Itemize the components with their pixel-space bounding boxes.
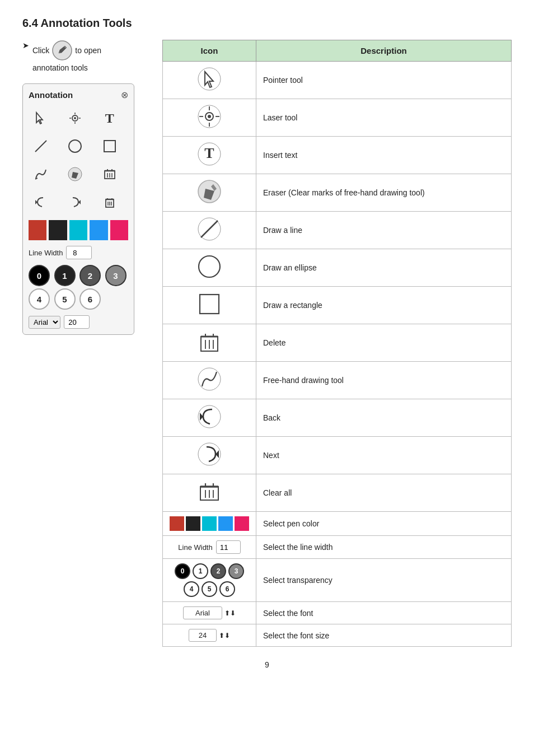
freehand-icon-cell xyxy=(163,362,256,399)
table-row: Next xyxy=(163,437,512,474)
colors-desc-cell: Select pen color xyxy=(256,512,512,536)
eraser-desc-cell: Eraser (Clear marks of free-hand drawing… xyxy=(256,174,512,212)
to-open-label: to open xyxy=(75,46,101,55)
laser-icon xyxy=(67,110,83,126)
next-icon-cell xyxy=(163,437,256,474)
table-trans-5[interactable]: 5 xyxy=(202,581,217,597)
table-row: Laser tool xyxy=(163,99,512,137)
svg-rect-42 xyxy=(200,295,219,314)
eraser-tool-btn[interactable] xyxy=(63,162,87,186)
annotation-close-button[interactable]: ⊗ xyxy=(121,90,128,100)
main-layout: ➤ Click to open annotation tools xyxy=(22,40,512,647)
delete-icon-cell xyxy=(163,324,256,362)
table-row: 24 ⬆⬇ Select the font size xyxy=(163,624,512,647)
svg-marker-52 xyxy=(200,413,203,421)
line-tool-btn[interactable] xyxy=(29,134,53,158)
delete-table-icon xyxy=(196,329,222,354)
rectangle-tool-btn[interactable] xyxy=(97,134,122,158)
delete-desc-cell: Delete xyxy=(256,324,512,362)
svg-point-2 xyxy=(74,117,76,119)
svg-point-31 xyxy=(208,115,211,118)
trans-btn-2[interactable]: 2 xyxy=(79,265,101,286)
click-label: Click xyxy=(32,46,49,55)
page-title: 6.4 Annotation Tools xyxy=(22,17,512,30)
trans-btn-0[interactable]: 0 xyxy=(29,265,50,286)
svg-line-40 xyxy=(201,221,218,237)
trans-btn-3[interactable]: 3 xyxy=(105,265,127,286)
line-width-input[interactable] xyxy=(66,246,92,259)
table-trans-2[interactable]: 2 xyxy=(210,563,226,579)
table-row: 0 1 2 3 4 5 6 Select tran xyxy=(163,559,512,602)
table-trans-4[interactable]: 4 xyxy=(184,581,199,597)
table-row: Delete xyxy=(163,324,512,362)
back-tool-btn[interactable] xyxy=(29,190,53,214)
pointer-desc-cell: Pointer tool xyxy=(256,62,512,99)
delete-tool-btn[interactable] xyxy=(97,190,122,214)
linewidth-icon-cell: Line Width xyxy=(163,536,256,559)
table-row: Clear all xyxy=(163,474,512,512)
table-trans-1[interactable]: 1 xyxy=(193,563,208,579)
table-trans-6[interactable]: 6 xyxy=(219,581,235,597)
line-desc-cell: Draw a line xyxy=(256,212,512,249)
svg-text:T: T xyxy=(204,145,214,161)
clearall-icon xyxy=(102,166,118,182)
table-trans-0[interactable]: 0 xyxy=(175,563,190,579)
back-icon xyxy=(33,194,49,210)
color-cyan-swatch[interactable] xyxy=(69,220,87,240)
fontsize-desc-cell: Select the font size xyxy=(256,624,512,647)
trans-btn-6[interactable]: 6 xyxy=(79,288,101,310)
description-col-header: Description xyxy=(256,40,512,62)
line-icon-cell xyxy=(163,212,256,249)
fontsize-icon-cell: 24 ⬆⬇ xyxy=(163,624,256,647)
freehand-desc-cell: Free-hand drawing tool xyxy=(256,362,512,399)
transparency-row1: 0 1 2 3 xyxy=(175,563,244,579)
table-trans-3[interactable]: 3 xyxy=(228,563,244,579)
annotation-tools-table: Icon Description Pointer tool xyxy=(162,40,512,647)
laser-tool-btn[interactable] xyxy=(63,106,87,130)
click-instruction: ➤ Click to open annotation tools xyxy=(22,40,146,72)
trans-btn-4[interactable]: 4 xyxy=(29,288,50,310)
text-tool-btn[interactable]: T xyxy=(97,106,122,130)
table-row: Draw an ellipse xyxy=(163,249,512,287)
right-panel: Icon Description Pointer tool xyxy=(162,40,512,647)
laser-desc-cell: Laser tool xyxy=(256,99,512,137)
table-lw-input[interactable] xyxy=(216,540,241,554)
svg-point-41 xyxy=(199,256,220,277)
transparency-control-table: 0 1 2 3 4 5 6 xyxy=(170,563,249,597)
svg-line-7 xyxy=(35,141,46,152)
delete-icon xyxy=(102,194,118,210)
trans-btn-5[interactable]: 5 xyxy=(54,288,76,310)
next-tool-btn[interactable] xyxy=(63,190,87,214)
pointer-tool-btn[interactable] xyxy=(29,106,53,130)
laser-table-icon xyxy=(196,104,222,129)
annotation-open-icon[interactable] xyxy=(51,40,73,61)
linewidth-control-table: Line Width xyxy=(170,540,249,554)
table-row: Pointer tool xyxy=(163,62,512,99)
color-black-swatch[interactable] xyxy=(49,220,67,240)
clearall-table-icon xyxy=(196,479,222,505)
freehand-tool-btn[interactable] xyxy=(29,162,53,186)
instruction-row: Click to open xyxy=(32,40,101,61)
clearall-icon-cell xyxy=(163,474,256,512)
color-pink-swatch[interactable] xyxy=(110,220,128,240)
table-row: Draw a line xyxy=(163,212,512,249)
font-size-left[interactable] xyxy=(64,315,90,329)
line-width-row: Line Width xyxy=(29,246,128,259)
table-font-display: Arial xyxy=(183,606,222,619)
annotation-panel-title: Annotation xyxy=(29,90,73,100)
font-select-left[interactable]: Arial xyxy=(29,316,60,329)
pointer-icon-cell xyxy=(163,62,256,99)
back-desc-cell: Back xyxy=(256,399,512,437)
ellipse-tool-btn[interactable] xyxy=(63,134,87,158)
freehand-table-icon xyxy=(196,366,222,392)
clearall-tool-btn[interactable] xyxy=(97,162,122,186)
text-desc-cell: Insert text xyxy=(256,137,512,174)
svg-rect-9 xyxy=(104,141,115,152)
trans-btn-1[interactable]: 1 xyxy=(54,265,76,286)
color-red-swatch[interactable] xyxy=(29,220,46,240)
color-blue-swatch[interactable] xyxy=(90,220,107,240)
laser-icon-cell xyxy=(163,99,256,137)
table-fontsize-display: 24 xyxy=(189,629,217,642)
font-desc-cell: Select the font xyxy=(256,602,512,624)
table-row: T Insert text xyxy=(163,137,512,174)
